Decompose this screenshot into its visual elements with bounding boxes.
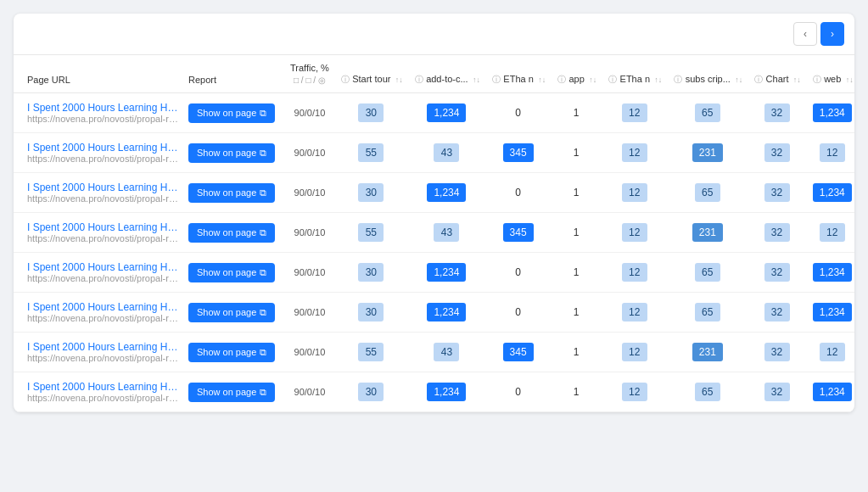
traffic-cell: 90/0/10 [285,293,334,333]
show-on-page-button[interactable]: Show on page ⧉ [188,183,275,203]
col-traffic-label: Traffic, % [290,63,329,73]
table-row: I Spent 2000 Hours Learning How To Lea..… [14,253,854,293]
value-cell: 32 [748,173,806,213]
col-ethan1[interactable]: ⓘ ETha n ↑↓ [485,55,551,93]
value-cell: 1 [551,133,602,173]
page-url-title[interactable]: I Spent 2000 Hours Learning How To Lea..… [27,341,178,353]
page-url-title[interactable]: I Spent 2000 Hours Learning How To Lea..… [27,142,178,154]
cell-value: 55 [358,143,384,162]
cell-value: 1 [563,383,589,401]
value-cell: 1,234 [806,93,854,133]
cell-value: 1,234 [813,303,852,321]
sort-icon-chart[interactable]: ↑↓ [793,75,801,84]
col-subs-crip-label: subs crip... [686,74,731,84]
show-on-page-button[interactable]: Show on page ⧉ [188,383,275,402]
cell-value: 32 [764,343,790,361]
col-ethan2-label: ETha n [620,74,650,84]
external-link-icon: ⧉ [260,267,266,278]
page-url-sub: https://novena.pro/novosti/propal-rezhim… [27,114,178,124]
cell-value: 1,234 [813,103,852,122]
value-cell: 32 [748,293,806,333]
col-web[interactable]: ⓘ web ↑↓ [806,55,854,93]
cell-value: 1,234 [813,183,852,202]
show-on-page-button[interactable]: Show on page ⧉ [188,143,275,163]
cell-value: 12 [622,223,647,242]
value-cell: 32 [748,372,806,412]
page-url-sub: https://novena.pro/novosti/propal-rezhim… [27,313,178,323]
page-url-title[interactable]: I Spent 2000 Hours Learning How To Lea..… [27,182,178,193]
show-on-page-button[interactable]: Show on page ⧉ [188,263,275,282]
page-url-title[interactable]: I Spent 2000 Hours Learning How To Lea..… [27,381,178,393]
report-cell: Show on page ⧉ [183,133,285,173]
show-on-page-button[interactable]: Show on page ⧉ [188,343,275,362]
cell-value: 32 [764,103,790,122]
value-cell: 30 [334,293,408,333]
page-url-title[interactable]: I Spent 2000 Hours Learning How To Lea..… [27,221,178,233]
page-url-title[interactable]: I Spent 2000 Hours Learning How To Lea..… [27,102,178,114]
value-cell: 12 [602,93,667,133]
value-cell: 12 [806,133,854,173]
value-cell: 0 [485,293,551,333]
cell-value: 32 [764,303,790,321]
nav-arrows: ‹ › [14,14,854,55]
col-app-label: app [569,74,585,84]
col-start-tour[interactable]: ⓘ Start tour ↑↓ [334,55,408,93]
external-link-icon: ⧉ [260,387,266,398]
value-cell: 43 [408,133,485,173]
value-cell: 43 [408,333,485,372]
sort-icon-ethan1[interactable]: ↑↓ [538,75,546,84]
next-button[interactable]: › [820,22,844,46]
value-cell: 345 [485,213,551,253]
sort-icon-start-tour[interactable]: ↑↓ [395,75,403,84]
value-cell: 1 [551,333,602,372]
value-cell: 1,234 [806,293,854,333]
value-cell: 231 [667,213,748,253]
traffic-value: 90/0/10 [294,148,326,158]
value-cell: 32 [748,93,806,133]
page-url-title[interactable]: I Spent 2000 Hours Learning How To Lea..… [27,301,178,313]
cell-value: 1,234 [427,263,466,282]
show-on-page-button[interactable]: Show on page ⧉ [188,103,275,123]
show-on-page-button[interactable]: Show on page ⧉ [188,223,275,243]
col-traffic: Traffic, % □ / □ / ◎ [285,55,334,93]
info-icon-start-tour: ⓘ [341,74,350,86]
cell-value: 0 [506,383,531,401]
sort-icon-ethan2[interactable]: ↑↓ [654,75,662,84]
value-cell: 65 [667,372,748,412]
col-app[interactable]: ⓘ app ↑↓ [551,55,602,93]
table-row: I Spent 2000 Hours Learning How To Lea..… [14,133,854,173]
page-url-cell: I Spent 2000 Hours Learning How To Lea..… [14,133,183,173]
report-cell: Show on page ⧉ [183,213,285,253]
col-add-to-c-label: add-to-c... [426,74,468,84]
report-cell: Show on page ⧉ [183,333,285,372]
col-web-label: web [824,74,841,84]
cell-value: 12 [622,143,647,162]
info-icon-ethan2: ⓘ [608,74,617,86]
sort-icon-add-to-c[interactable]: ↑↓ [473,75,480,84]
page-url-sub: https://novena.pro/novosti/propal-rezhim… [27,393,178,403]
cell-value: 1 [563,143,589,162]
cell-value: 0 [506,303,531,321]
prev-button[interactable]: ‹ [793,22,817,46]
sort-icon-web[interactable]: ↑↓ [846,75,854,84]
show-on-page-button[interactable]: Show on page ⧉ [188,303,275,322]
col-chart[interactable]: ⓘ Chart ↑↓ [748,55,806,93]
table-wrapper: Page URL Report Traffic, % □ / □ / ◎ ⓘ S… [14,55,854,412]
col-subs-crip[interactable]: ⓘ subs crip... ↑↓ [667,55,748,93]
page-url-sub: https://novena.pro/novosti/propal-rezhim… [27,273,178,283]
col-add-to-c[interactable]: ⓘ add-to-c... ↑↓ [408,55,485,93]
cell-value: 345 [503,343,534,361]
value-cell: 12 [602,133,667,173]
traffic-cell: 90/0/10 [285,333,334,372]
cell-value: 65 [695,303,720,321]
page-url-title[interactable]: I Spent 2000 Hours Learning How To Lea..… [27,261,178,273]
value-cell: 12 [602,253,667,293]
sort-icon-subs-crip[interactable]: ↑↓ [735,75,742,84]
cell-value: 345 [503,223,534,242]
value-cell: 55 [334,333,408,372]
col-ethan2[interactable]: ⓘ ETha n ↑↓ [602,55,667,93]
cell-value: 1,234 [427,103,466,122]
sort-icon-app[interactable]: ↑↓ [589,75,596,84]
value-cell: 12 [602,213,667,253]
cell-value: 1 [563,263,589,282]
